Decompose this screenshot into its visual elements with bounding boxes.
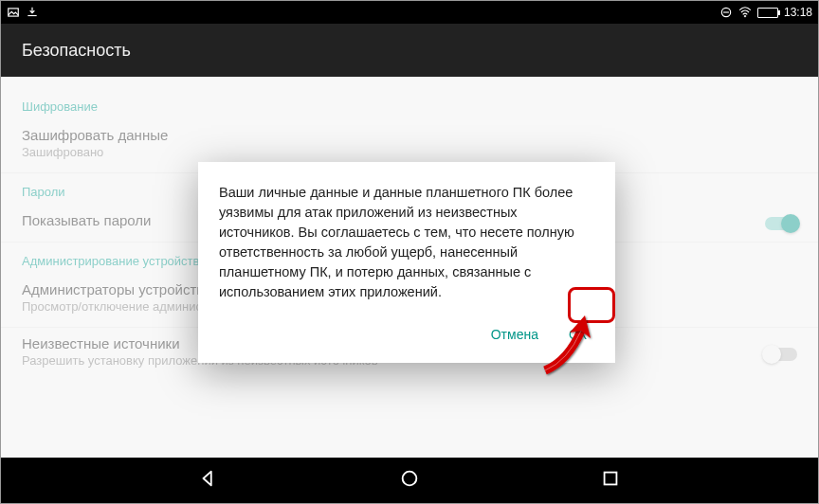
navigation-bar: [1, 458, 818, 503]
page-title: Безопасность: [22, 41, 131, 61]
do-not-disturb-icon: [719, 6, 733, 19]
svg-point-3: [403, 472, 417, 486]
back-button[interactable]: [198, 468, 219, 493]
battery-icon: [757, 8, 778, 18]
download-complete-icon: [26, 6, 39, 19]
screen: 13:18 Безопасность Шифрование Зашифроват…: [0, 0, 819, 504]
recent-apps-button[interactable]: [600, 468, 621, 493]
home-button[interactable]: [399, 468, 420, 493]
dialog-message: Ваши личные данные и данные планшетного …: [219, 183, 594, 302]
picture-icon: [7, 6, 20, 19]
svg-rect-0: [9, 9, 19, 16]
dialog-actions: Отмена ОК: [219, 302, 594, 353]
cancel-button[interactable]: Отмена: [489, 321, 540, 348]
svg-point-2: [744, 15, 746, 17]
status-bar[interactable]: 13:18: [1, 1, 818, 24]
confirm-dialog: Ваши личные данные и данные планшетного …: [198, 162, 615, 363]
wifi-icon: [738, 6, 752, 19]
ok-button[interactable]: ОК: [567, 321, 589, 348]
clock-text: 13:18: [784, 6, 812, 19]
svg-rect-4: [605, 473, 617, 485]
app-bar: Безопасность: [1, 24, 818, 77]
